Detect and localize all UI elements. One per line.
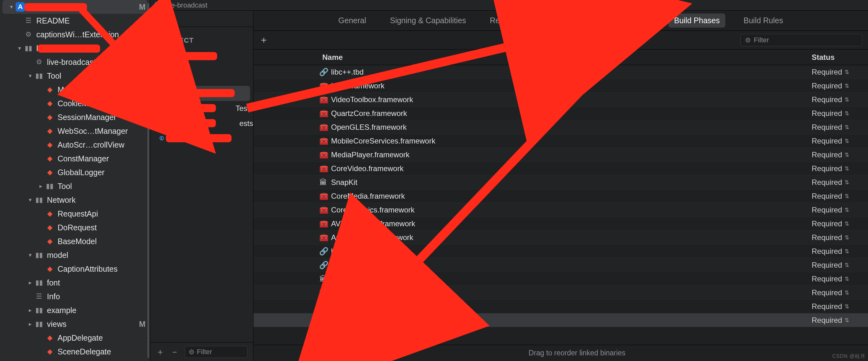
status-cell[interactable]: Required⇅ xyxy=(812,137,868,145)
nav-item[interactable]: ◆AutoScr…crollView xyxy=(0,138,150,152)
table-row[interactable]: 🏛UIPiPViewRequired⇅ xyxy=(253,286,868,300)
nav-item[interactable]: ▾▮▮model xyxy=(0,248,150,262)
status-cell[interactable]: Required⇅ xyxy=(812,192,868,200)
status-cell[interactable]: Required⇅ xyxy=(812,275,868,283)
table-row[interactable]: 🧰QuartzCore.frameworkRequired⇅ xyxy=(253,107,868,120)
status-cell[interactable]: Required⇅ xyxy=(812,288,868,297)
status-cell[interactable]: Required⇅ xyxy=(812,164,868,173)
tab-info[interactable]: Info xyxy=(560,13,585,28)
status-cell[interactable]: Required⇅ xyxy=(812,316,868,325)
table-row[interactable]: 🔗libz.tbdRequired⇅ xyxy=(253,244,868,258)
nav-item[interactable]: ◆MCGCDTimer xyxy=(0,83,150,96)
tab-signing-capabilities[interactable]: Signing & Capabilities xyxy=(384,13,471,28)
targets-sidebar[interactable]: PROJECT A live-broadcast TARGETS Alive-b… xyxy=(150,11,253,361)
panel-toggle-button[interactable] xyxy=(150,11,253,27)
target-row[interactable]: Alive-broadcast xyxy=(153,86,250,101)
breadcrumb[interactable]: A live-broadcast xyxy=(150,0,868,11)
add-binary-button[interactable]: ＋ xyxy=(322,347,331,359)
status-cell[interactable]: Required⇅ xyxy=(812,68,868,77)
tab-build-settings[interactable]: Build Settings xyxy=(597,13,656,28)
disclosure-triangle-icon[interactable]: ▸ xyxy=(37,183,44,190)
target-row[interactable]: ⒺcaptionsWidgetExte… xyxy=(150,131,253,146)
table-row[interactable]: 🔗libbz2.tbdRequired⇅ xyxy=(253,258,868,272)
nav-item[interactable]: ◆SessionManager xyxy=(0,110,150,124)
nav-item[interactable]: ☰Info xyxy=(0,289,150,303)
table-row[interactable]: 🏛SnapKitRequired⇅ xyxy=(253,175,868,189)
remove-binary-button[interactable]: － xyxy=(339,347,347,359)
status-cell[interactable]: Required⇅ xyxy=(812,150,868,159)
disclosure-triangle-icon[interactable]: ▾ xyxy=(16,45,23,52)
table-row[interactable]: 🧰MobileCoreServices.frameworkRequired⇅ xyxy=(253,134,868,148)
status-cell[interactable]: Required⇅ xyxy=(812,123,868,132)
status-cell[interactable]: Required⇅ xyxy=(812,302,868,311)
remove-target-button[interactable]: － xyxy=(170,346,179,358)
target-row[interactable]: ◇live-broadcastTestsTests xyxy=(150,101,253,116)
nav-item[interactable]: ▾▮▮Tool xyxy=(0,69,150,83)
nav-item[interactable]: ▾▮▮live-broadcast xyxy=(0,41,150,55)
nav-item[interactable]: ◆GlobalLogger xyxy=(0,165,150,179)
tab-general[interactable]: General xyxy=(333,13,372,28)
phase-filter-input[interactable]: ⊜ Filter xyxy=(740,34,862,46)
status-cell[interactable]: Required⇅ xyxy=(812,81,868,90)
table-row[interactable]: 🧰CoreVideo.frameworkRequired⇅ xyxy=(253,162,868,175)
table-row[interactable]: 🧰OpenGLES.frameworkRequired⇅ xyxy=(253,120,868,134)
status-cell[interactable]: Required⇅ xyxy=(812,109,868,118)
tab-build-phases[interactable]: Build Phases xyxy=(669,13,725,28)
targets-filter-input[interactable]: ⊜ Filter xyxy=(185,346,248,358)
status-cell[interactable]: Required⇅ xyxy=(812,247,868,256)
table-row[interactable]: 🧰MediaPlayer.frameworkRequired⇅ xyxy=(253,148,868,162)
nav-item[interactable]: ◆CookieManager xyxy=(0,96,150,110)
add-target-button[interactable]: ＋ xyxy=(156,346,164,358)
table-row[interactable]: 🧰CoreMedia.frameworkRequired⇅ xyxy=(253,189,868,203)
project-row[interactable]: A live-broadcast xyxy=(150,49,253,64)
table-row[interactable]: 🧰VideoToolbox.frameworkRequired⇅ xyxy=(253,93,868,107)
col-status[interactable]: Status xyxy=(812,53,868,62)
table-row[interactable]: 🏛ReactiveMoyaRequired⇅ xyxy=(253,313,868,327)
disclosure-triangle-icon[interactable]: ▾ xyxy=(8,3,14,10)
table-row[interactable]: 🧰UIKit.frameworkRequired⇅ xyxy=(253,79,868,93)
col-name[interactable]: Name xyxy=(253,53,812,62)
table-row[interactable]: 🧰AVFoundation.frameworkRequired⇅ xyxy=(253,217,868,231)
nav-item[interactable]: ◆DoRequest xyxy=(0,221,150,234)
tab-build-rules[interactable]: Build Rules xyxy=(738,13,788,28)
status-cell[interactable]: Required⇅ xyxy=(812,219,868,228)
nav-item[interactable]: ⚙live-broadcast xyxy=(0,55,150,69)
status-cell[interactable]: Required⇅ xyxy=(812,261,868,270)
nav-item[interactable]: ▸▮▮example xyxy=(0,303,150,317)
table-row[interactable]: 🔗libc++.tbdRequired⇅ xyxy=(253,65,868,79)
nav-item[interactable]: ◆CaptionAttributes xyxy=(0,262,150,276)
nav-item[interactable]: ◆ConstManager xyxy=(0,152,150,165)
nav-item[interactable]: ☰README xyxy=(0,14,150,28)
disclosure-triangle-icon[interactable]: ▸ xyxy=(27,307,33,314)
disclosure-triangle-icon[interactable]: ▾ xyxy=(27,196,33,203)
nav-item[interactable]: ◆BaseModel xyxy=(0,234,150,248)
tab-resource-tags[interactable]: Resource Tags xyxy=(484,13,547,28)
nav-item[interactable]: ◆SceneDelegate xyxy=(0,345,150,359)
disclosure-triangle-icon[interactable]: ▾ xyxy=(27,252,33,258)
nav-item[interactable]: ⚙captionsWi…tExtension xyxy=(0,28,150,41)
status-value: Required xyxy=(812,275,842,283)
disclosure-triangle-icon[interactable]: ▾ xyxy=(27,73,33,79)
status-cell[interactable]: Required⇅ xyxy=(812,233,868,242)
status-cell[interactable]: Required⇅ xyxy=(812,205,868,214)
disclosure-triangle-icon[interactable]: ▸ xyxy=(27,279,33,286)
table-row[interactable]: 🏛HandyJSONRequired⇅ xyxy=(253,272,868,286)
status-cell[interactable]: Required⇅ xyxy=(812,95,868,104)
nav-item[interactable]: ◆AppDelegate xyxy=(0,331,150,345)
nav-item[interactable]: ◆WebSoc…tManager xyxy=(0,124,150,138)
target-icon: ◇ xyxy=(158,104,165,112)
nav-item[interactable]: ▸▮▮font xyxy=(0,276,150,289)
table-row[interactable]: 🧰AudioToolbox.frameworkRequired⇅ xyxy=(253,231,868,244)
nav-item[interactable]: ▸▮▮viewsM xyxy=(0,317,150,331)
disclosure-triangle-icon[interactable]: ▸ xyxy=(27,321,33,328)
nav-item[interactable]: ▾▮▮Network xyxy=(0,193,150,207)
nav-item[interactable]: ▸▮▮Tool xyxy=(0,179,150,193)
project-navigator[interactable]: ▾Alive-broadcastM☰README⚙captionsWi…tExt… xyxy=(0,0,150,361)
nav-item[interactable]: ◆RequestApi xyxy=(0,207,150,221)
table-row[interactable]: 🧰CoreGraphics.frameworkRequired⇅ xyxy=(253,203,868,217)
target-row[interactable]: ▢live-broadcastUITestsests xyxy=(150,116,253,131)
status-cell[interactable]: Required⇅ xyxy=(812,178,868,187)
table-row[interactable]: 🏛RxMoyaRequired⇅ xyxy=(253,300,868,313)
nav-item[interactable]: ▾Alive-broadcastM xyxy=(2,0,147,14)
add-phase-button[interactable]: ＋ xyxy=(259,33,269,46)
